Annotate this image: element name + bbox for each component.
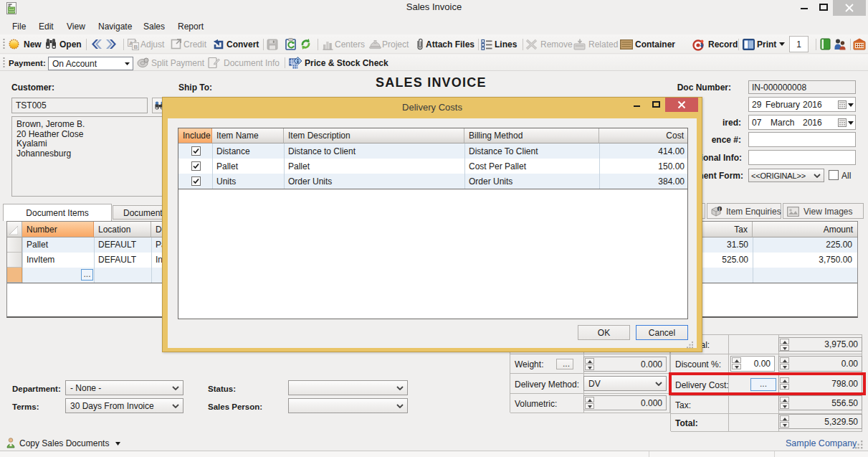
svg-text:B: B [134, 44, 138, 50]
svg-text:i: i [719, 207, 720, 212]
